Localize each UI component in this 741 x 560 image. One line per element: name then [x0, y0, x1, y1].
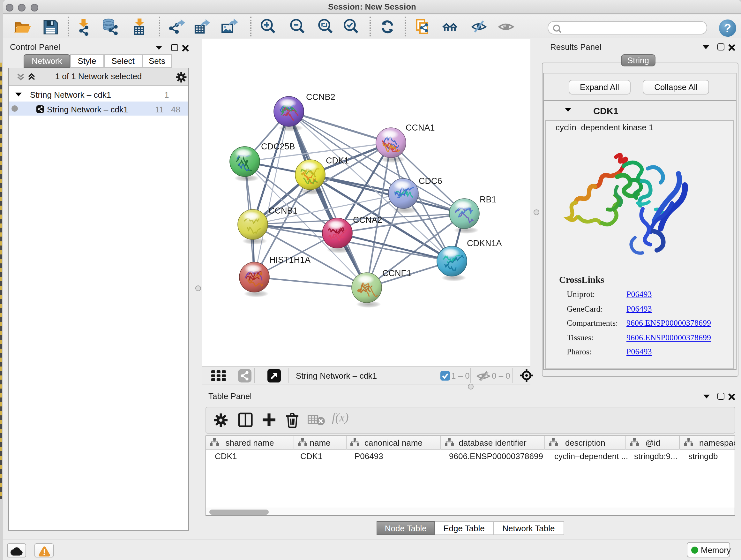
- svg-text:CCNB2: CCNB2: [306, 92, 335, 102]
- svg-text:CDC6: CDC6: [418, 176, 442, 186]
- svg-text:CDK1: CDK1: [326, 156, 348, 165]
- svg-text:CCNA1: CCNA1: [405, 123, 434, 132]
- svg-text:RB1: RB1: [479, 195, 496, 204]
- svg-text:HIST1H1A: HIST1H1A: [269, 255, 310, 265]
- svg-text:CDKN1A: CDKN1A: [467, 239, 502, 248]
- svg-text:CCNA2: CCNA2: [353, 215, 382, 225]
- svg-text:CDC25B: CDC25B: [261, 142, 295, 151]
- svg-text:?: ?: [724, 21, 731, 35]
- svg-text:CCNE1: CCNE1: [382, 268, 411, 278]
- svg-text:CCNB1: CCNB1: [268, 206, 297, 215]
